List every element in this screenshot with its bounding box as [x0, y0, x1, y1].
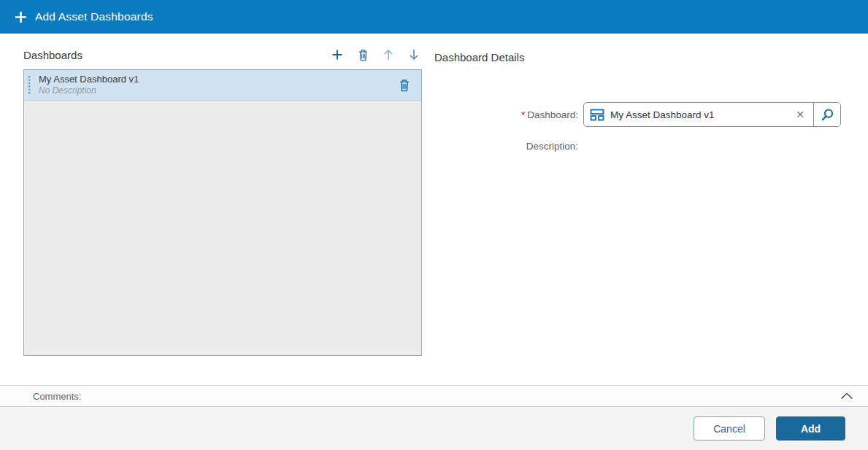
dialog-header: Add Asset Dashboards	[0, 0, 868, 34]
list-toolbar	[331, 47, 422, 62]
move-up-button[interactable]	[382, 47, 395, 62]
cancel-button[interactable]: Cancel	[694, 416, 765, 441]
description-field-label: Description:	[434, 141, 583, 152]
delete-item-button[interactable]	[399, 79, 410, 92]
list-item-text: My Asset Dashboard v1 No Description	[39, 74, 399, 96]
arrow-down-icon	[409, 49, 419, 61]
dashboards-list-title: Dashboards	[23, 49, 82, 61]
dashboard-field-main: My Asset Dashboard v1 ✕	[584, 103, 813, 126]
dashboard-field[interactable]: My Asset Dashboard v1 ✕	[583, 102, 841, 127]
list-item-title: My Asset Dashboard v1	[39, 74, 399, 85]
list-item-description: No Description	[39, 85, 399, 96]
move-down-button[interactable]	[407, 47, 420, 62]
add-dashboard-button[interactable]	[331, 47, 344, 62]
dialog-title: Add Asset Dashboards	[35, 10, 153, 23]
dashboards-list[interactable]: My Asset Dashboard v1 No Description	[23, 69, 422, 356]
delete-dashboard-button[interactable]	[356, 47, 369, 62]
details-title: Dashboard Details	[434, 51, 524, 63]
comments-collapse-button[interactable]	[839, 391, 855, 401]
trash-icon	[358, 49, 369, 61]
search-button[interactable]	[813, 103, 840, 126]
required-marker: *	[521, 109, 525, 120]
comments-label: Comments:	[33, 391, 81, 402]
dashboard-icon	[590, 109, 604, 121]
comments-bar: Comments:	[0, 385, 868, 407]
search-icon	[821, 108, 834, 122]
plus-icon	[331, 49, 343, 61]
dashboard-field-value: My Asset Dashboard v1	[610, 109, 791, 120]
list-item[interactable]: My Asset Dashboard v1 No Description	[24, 70, 421, 101]
dialog-footer: Cancel Add	[0, 407, 868, 450]
chevron-up-icon	[840, 392, 853, 400]
arrow-up-icon	[383, 49, 393, 61]
add-icon	[15, 11, 27, 23]
trash-icon	[399, 79, 410, 92]
dashboard-field-row: *Dashboard: My Asset Dashboard v1 ✕	[434, 102, 841, 127]
clear-icon[interactable]: ✕	[791, 108, 809, 121]
dashboard-field-label: *Dashboard:	[434, 109, 583, 120]
drag-handle-icon[interactable]	[28, 75, 31, 96]
add-button[interactable]: Add	[776, 416, 845, 441]
description-field-row: Description:	[434, 141, 583, 152]
